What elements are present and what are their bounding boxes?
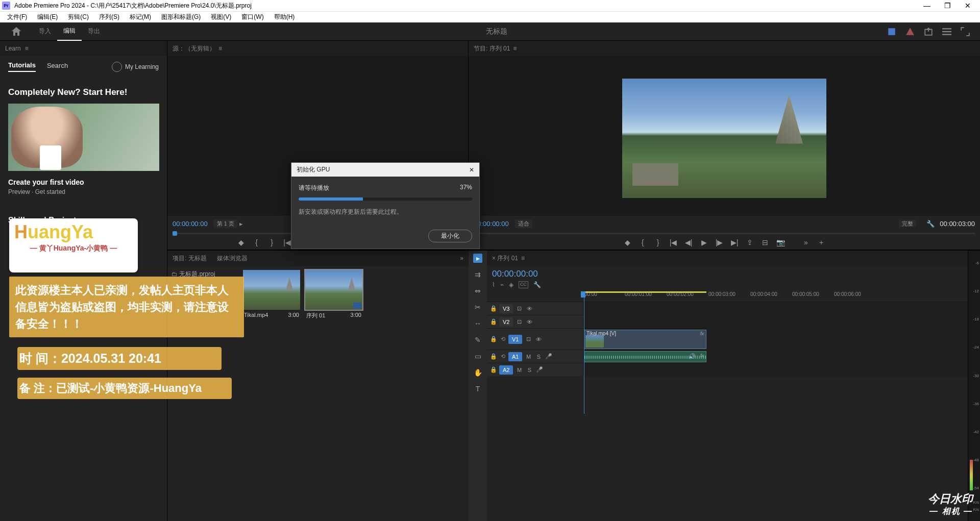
dialog-title: 初始化 GPU: [297, 165, 330, 174]
dialog-minimize-button[interactable]: 最小化: [428, 230, 472, 242]
go-out-icon[interactable]: ▶|: [730, 238, 739, 246]
panel-menu-icon[interactable]: ≡: [513, 45, 517, 52]
program-monitor-view[interactable]: [469, 56, 980, 216]
menu-view[interactable]: 视图(V): [206, 12, 236, 22]
panel-menu-icon[interactable]: ≡: [218, 45, 222, 52]
settings-icon[interactable]: 🔧: [926, 220, 935, 228]
menu-clip[interactable]: 剪辑(C): [63, 12, 94, 22]
compare-icon[interactable]: »: [802, 238, 810, 246]
learn-tutorials-tab[interactable]: Tutorials: [8, 61, 36, 72]
project-tab[interactable]: 项目: 无标题: [173, 254, 207, 263]
program-quality-dropdown[interactable]: 完整: [899, 220, 916, 227]
type-tool-icon[interactable]: T: [473, 384, 482, 393]
home-icon[interactable]: [10, 26, 22, 38]
marker-vis-icon[interactable]: ◈: [509, 281, 513, 288]
menu-sequence[interactable]: 序列(S): [94, 12, 125, 22]
program-tab[interactable]: 节目: 序列 01: [474, 44, 510, 53]
dialog-message: 请等待播放: [299, 184, 329, 192]
mark-out-icon[interactable]: }: [268, 238, 276, 246]
export-frame-icon[interactable]: 📷: [776, 238, 785, 246]
maximize-button[interactable]: ❐: [937, 0, 958, 11]
track-v2[interactable]: 🔒V2⊡👁: [487, 315, 968, 328]
corner-watermark: 今日水印 — 相机 —: [928, 492, 973, 516]
watermark-time: 时 间：2024.05.31 20:41: [17, 347, 222, 370]
dialog-progress-bar: [299, 197, 472, 201]
tutorial-card-subtitle[interactable]: Preview · Get started: [8, 188, 159, 195]
lift-icon[interactable]: ⇪: [746, 238, 754, 246]
workspace-menu-icon[interactable]: [942, 27, 951, 36]
track-a1[interactable]: 🔒⟲A1MS🎤 🔊fx: [487, 350, 968, 363]
project-item-sequence[interactable]: 序列 013:00: [305, 270, 362, 517]
selection-tool-icon[interactable]: ▸: [473, 254, 482, 263]
tutorial-thumbnail[interactable]: [8, 104, 159, 171]
learn-tab[interactable]: Learn: [5, 45, 21, 52]
minimize-button[interactable]: —: [917, 0, 937, 11]
panel-menu-icon[interactable]: ≡: [521, 255, 525, 262]
panel-menu-icon[interactable]: »: [460, 255, 463, 262]
media-browser-tab[interactable]: 媒体浏览器: [217, 254, 248, 263]
track-v3[interactable]: 🔒V3⊡👁: [487, 302, 968, 315]
cc-icon[interactable]: CC: [519, 281, 528, 288]
razor-tool-icon[interactable]: ✂: [473, 303, 482, 312]
menu-window[interactable]: 窗口(W): [236, 12, 268, 22]
audio-meter[interactable]: -6-12-18 -24-30-36 -42-48-54 K/s K/s: [968, 251, 980, 521]
pen-tool-icon[interactable]: ✎: [473, 335, 482, 344]
timeline-ruler[interactable]: :00:00 00:00:01:00 00:00:02:00 00:00:03:…: [583, 291, 968, 302]
track-v1[interactable]: 🔒⟲V1⊡👁 Tikal.mp4 [V]fx: [487, 328, 968, 350]
tab-edit[interactable]: 编辑: [57, 22, 82, 41]
tab-export[interactable]: 导出: [82, 22, 106, 41]
add-marker-icon[interactable]: ◆: [623, 238, 631, 246]
project-title: 无标题: [106, 27, 887, 36]
program-timecode-right[interactable]: 00:00:03:00: [940, 220, 975, 228]
snap-icon[interactable]: ⌇: [492, 281, 495, 288]
menu-graphics[interactable]: 图形和标题(G): [156, 12, 206, 22]
panel-menu-icon[interactable]: ≡: [25, 45, 29, 52]
program-monitor-panel: 节目: 序列 01 ≡ 00:00:00:00 适合 完整 🔧 00:00:03…: [469, 41, 980, 250]
add-marker-icon[interactable]: ◆: [237, 238, 246, 246]
my-learning-link[interactable]: My Learning: [125, 63, 159, 70]
play-icon[interactable]: ▶: [700, 238, 708, 246]
share-icon[interactable]: [924, 27, 933, 36]
project-item-clip[interactable]: Tikal.mp43:00: [243, 270, 300, 517]
extract-icon[interactable]: ⊟: [761, 238, 769, 246]
dialog-note: 新安装或驱动程序更新后需要此过程。: [299, 208, 472, 216]
mark-in-icon[interactable]: {: [639, 238, 647, 246]
dialog-close-icon[interactable]: ✕: [469, 166, 474, 173]
go-in-icon[interactable]: |◀: [283, 238, 291, 246]
user-avatar-icon[interactable]: [112, 62, 122, 72]
source-tab[interactable]: 源：（无剪辑）: [173, 44, 215, 53]
step-back-icon[interactable]: ◀|: [684, 238, 693, 246]
link-sel-icon[interactable]: ⌁: [500, 281, 504, 288]
step-fwd-icon[interactable]: |▶: [715, 238, 723, 246]
menu-help[interactable]: 帮助(H): [269, 12, 300, 22]
program-scrubber[interactable]: [474, 230, 975, 237]
button-editor-icon[interactable]: +: [817, 238, 825, 246]
timeline-audio-clip[interactable]: 🔊fx: [584, 351, 706, 362]
track-a2[interactable]: 🔒A2MS🎤: [487, 363, 968, 376]
menu-edit[interactable]: 编辑(E): [32, 12, 63, 22]
timeline-video-clip[interactable]: Tikal.mp4 [V]fx: [584, 330, 706, 349]
fullscreen-icon[interactable]: [961, 27, 970, 36]
program-fit-dropdown[interactable]: 适合: [515, 219, 532, 228]
timeline-timecode[interactable]: 00:00:00:00: [492, 269, 963, 279]
mark-out-icon[interactable]: }: [654, 238, 662, 246]
menu-markers[interactable]: 标记(M): [125, 12, 156, 22]
svg-rect-3: [942, 31, 951, 32]
hand-tool-icon[interactable]: ✋: [473, 368, 482, 377]
tab-import[interactable]: 导入: [33, 22, 57, 41]
warning-icon[interactable]: [905, 27, 915, 36]
track-select-tool-icon[interactable]: ⇉: [473, 270, 482, 279]
source-page-dropdown[interactable]: 第 1 页: [214, 219, 237, 228]
go-in-icon[interactable]: |◀: [669, 238, 677, 246]
timeline-sequence-tab[interactable]: × 序列 01: [492, 254, 518, 263]
close-button[interactable]: ✕: [958, 0, 978, 11]
menu-file[interactable]: 文件(F): [2, 12, 32, 22]
quick-export-icon[interactable]: [887, 27, 896, 36]
mark-in-icon[interactable]: {: [253, 238, 261, 246]
rect-tool-icon[interactable]: ▭: [473, 352, 482, 361]
settings-icon[interactable]: 🔧: [533, 281, 541, 288]
slip-tool-icon[interactable]: ↔: [473, 319, 482, 328]
learn-search-tab[interactable]: Search: [47, 62, 68, 71]
source-timecode[interactable]: 00:00:00:00: [173, 220, 208, 228]
ripple-tool-icon[interactable]: ⇔: [473, 286, 482, 295]
